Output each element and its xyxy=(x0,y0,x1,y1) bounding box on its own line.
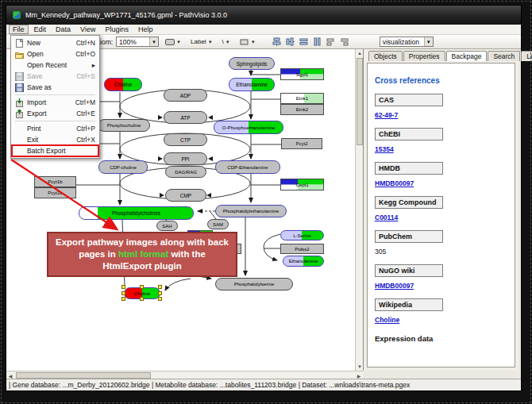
node-choline-top[interactable]: Choline xyxy=(104,78,142,91)
node-label: L-Serine xyxy=(293,233,311,238)
menubar-item-view[interactable]: View xyxy=(76,25,99,33)
node-l-serine[interactable]: L-Serine xyxy=(280,230,324,240)
node-label: PPi xyxy=(181,156,189,162)
gene-box-etnk1[interactable]: Etnk1 xyxy=(280,93,324,104)
node-ethanolamine-top[interactable]: Ethanolamine xyxy=(229,78,275,91)
node-label: Etnk1 xyxy=(296,96,308,101)
common-width-button[interactable] xyxy=(312,37,322,47)
node-o-phosphoethanolamine[interactable]: O-Phosphoethanolamine xyxy=(214,121,283,134)
node-label: Pcyt1a xyxy=(48,190,62,195)
selection-handle[interactable] xyxy=(140,285,144,289)
file-menu-item-save-as[interactable]: Save as xyxy=(12,82,98,93)
node-sphingolipids[interactable]: Sphingolipids xyxy=(229,57,275,70)
node-label: CMP xyxy=(180,193,191,198)
align-center-y-button[interactable] xyxy=(285,37,295,47)
cross-references-list: CAS62-49-7ChEBI15354HMDBHMDB00097Kegg Co… xyxy=(375,94,507,324)
canvas-horizontal-scrollbar[interactable]: ◀ ▶ xyxy=(6,371,363,379)
node-adp[interactable]: ADP xyxy=(164,89,207,102)
crossref-link[interactable]: HMDB00097 xyxy=(375,282,414,290)
node-dag-rag[interactable]: DAG/RAG xyxy=(165,166,206,178)
selection-handle[interactable] xyxy=(158,297,162,301)
file-menu-item-export[interactable]: ExportCtrl+E xyxy=(12,108,98,119)
node-atp[interactable]: ATP xyxy=(164,111,207,124)
selection-handle[interactable] xyxy=(158,285,162,289)
line-tool-button[interactable]: \ ▼ xyxy=(219,37,233,48)
node-phosphatidylserine[interactable]: Phosphatidylserine xyxy=(215,278,293,290)
node-label: Choline xyxy=(114,82,132,87)
file-menu-item-open-recent[interactable]: Open Recent▸ xyxy=(12,60,98,71)
node-label: Phosphatidylethanolamine xyxy=(223,209,279,214)
align-right-icon xyxy=(340,37,349,46)
gene-box-sgpl1[interactable]: Sgpl1 xyxy=(280,68,324,80)
node-ethanolamine-lower[interactable]: Ethanolamine xyxy=(283,256,324,267)
zoom-combobox[interactable]: 100% ▼ xyxy=(116,37,159,47)
selection-handle[interactable] xyxy=(121,297,125,301)
node-sah[interactable]: SAH xyxy=(156,221,178,231)
visualization-combobox[interactable]: visualization ▼ xyxy=(380,37,434,47)
file-menu-item-save[interactable]: SaveCtrl+S xyxy=(12,71,98,82)
datanode-template-button[interactable]: ▼ xyxy=(162,37,184,48)
menu-shortcut: Ctrl+S xyxy=(76,72,95,80)
node-cdp-choline[interactable]: CDP-choline xyxy=(98,160,148,174)
gene-box-ptdss2[interactable]: Ptdss2 xyxy=(280,244,324,254)
gene-box-pcyt1a[interactable]: Pcyt1a xyxy=(34,187,76,198)
menubar-item-plugins[interactable]: Plugins xyxy=(101,25,133,33)
gene-box-pcyt2[interactable]: Pcyt2 xyxy=(281,138,322,149)
file-menu-item-new[interactable]: NewCtrl+N xyxy=(12,37,98,48)
node-cmp[interactable]: CMP xyxy=(165,189,206,202)
tab-legend[interactable]: Legend xyxy=(521,51,532,61)
tab-properties[interactable]: Properties xyxy=(403,51,445,61)
file-menu-item-print[interactable]: PrintCtrl+P xyxy=(12,123,98,134)
node-cdp-ethanolamine[interactable]: CDP-Ethanolamine xyxy=(215,160,280,174)
selection-handle[interactable] xyxy=(121,291,125,295)
tab-search[interactable]: Search xyxy=(488,51,520,61)
menubar-item-data[interactable]: Data xyxy=(52,25,75,33)
node-label: SAH xyxy=(162,224,172,229)
vertical-scroll-thumb[interactable] xyxy=(357,58,363,145)
node-ppi[interactable]: PPi xyxy=(164,152,207,165)
file-menu-item-exit[interactable]: ExitCtrl+X xyxy=(12,134,98,145)
shape-tool-button[interactable]: ▼ xyxy=(237,37,259,48)
node-ctp[interactable]: CTP xyxy=(164,133,207,146)
menubar-item-help[interactable]: Help xyxy=(134,25,157,33)
node-sam[interactable]: SAM xyxy=(207,219,229,229)
file-menu-item-open[interactable]: OpenCtrl+O xyxy=(12,48,98,60)
horizontal-scroll-thumb[interactable] xyxy=(16,372,151,379)
node-phosphocholine[interactable]: Phosphocholine xyxy=(98,119,150,132)
crossref-link[interactable]: Choline xyxy=(375,316,399,324)
tab-backpage[interactable]: Backpage xyxy=(446,51,488,61)
file-menu-item-batch-export[interactable]: Batch Export xyxy=(12,145,98,156)
crossref-source-name: NuGO wiki xyxy=(375,264,443,277)
chevron-down-icon[interactable]: ▼ xyxy=(149,37,158,46)
node-phosphatidylethanolamine[interactable]: Phosphatidylethanolamine xyxy=(215,205,287,217)
menu-item-label: New xyxy=(27,39,73,47)
gene-box-pcyt1b[interactable]: Pcyt1b xyxy=(34,176,76,187)
menubar-item-edit[interactable]: Edit xyxy=(30,25,51,33)
open-icon xyxy=(15,50,24,59)
crossref-link[interactable]: C00114 xyxy=(375,214,398,221)
node-phosphatidylcholines[interactable]: Phosphatidylcholines xyxy=(79,206,194,220)
node-label: CDP-Ethanolamine xyxy=(227,165,268,170)
align-center-x-button[interactable] xyxy=(272,37,282,47)
selection-handle[interactable] xyxy=(121,285,125,289)
align-right-button[interactable] xyxy=(339,37,349,47)
chevron-down-icon: ▼ xyxy=(251,40,256,44)
node-label: CTP xyxy=(180,137,191,143)
menubar-item-file[interactable]: File xyxy=(9,25,29,34)
common-height-button[interactable] xyxy=(299,37,309,47)
selection-handle[interactable] xyxy=(140,297,144,301)
gene-box-cept1[interactable]: Cept1 xyxy=(280,179,324,190)
gene-box-etnk2[interactable]: Etnk2 xyxy=(280,104,324,115)
selection-handle[interactable] xyxy=(158,291,162,295)
tab-objects[interactable]: Objects xyxy=(368,51,403,61)
file-menu-item-import[interactable]: ImportCtrl+M xyxy=(12,97,98,108)
align-left-button[interactable] xyxy=(326,37,336,47)
canvas-vertical-scrollbar[interactable]: ▲ ▼ xyxy=(355,49,363,371)
crossref-link[interactable]: 62-49-7 xyxy=(375,111,398,119)
crossref-link[interactable]: HMDB00097 xyxy=(375,179,414,187)
chevron-down-icon[interactable]: ▼ xyxy=(424,37,433,46)
label-template-button[interactable]: Label ▼ xyxy=(187,37,216,48)
node-label: Phosphocholine xyxy=(107,123,141,128)
crossref-link[interactable]: 15354 xyxy=(375,145,394,153)
crossref-section-chebi: ChEBI15354 xyxy=(375,128,507,153)
